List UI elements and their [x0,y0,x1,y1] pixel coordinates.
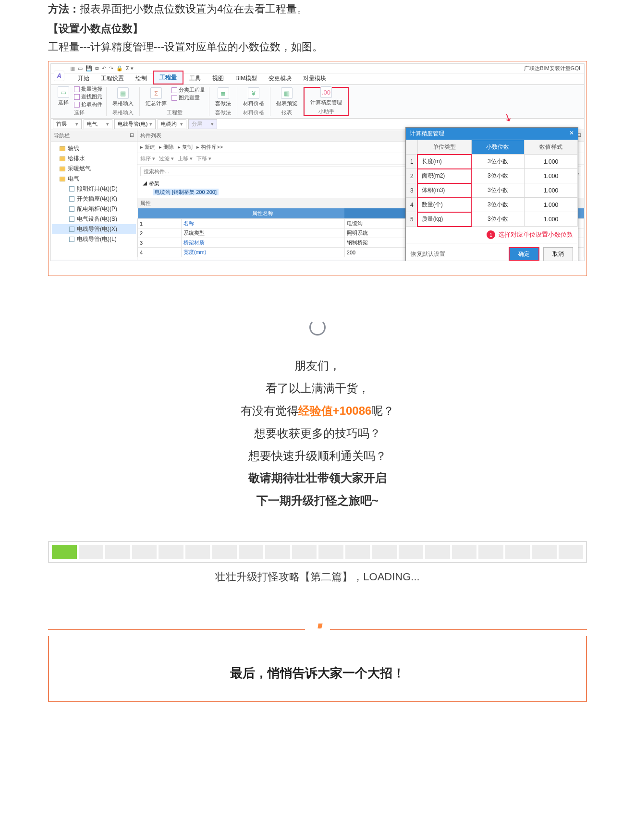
tab-工程量[interactable]: 工程量 [153,71,183,84]
select-button[interactable]: ▭选择 [56,85,71,107]
progress-cell [185,545,210,559]
tab-工程设置[interactable]: 工程设置 [95,72,130,84]
sum-calc-button[interactable]: Σ汇总计算 [144,86,169,108]
section-divider: '' [48,623,587,636]
tree-node[interactable]: 开关插座(电)(K) [52,194,136,204]
tab-开始[interactable]: 开始 [72,72,95,84]
selector[interactable]: 电线导管(电) [114,119,156,129]
progress-cell [239,545,264,559]
precision-row[interactable]: 4数量(个)3位小数1.000 [406,198,578,212]
ribbon-group-report: ▥报表预览 报表 [270,87,304,116]
layer-selector[interactable]: 分层 [188,119,217,129]
final-box: 最后，悄悄告诉大家一个大招！ [48,636,587,702]
selector[interactable]: 电缆沟 [158,119,186,129]
progress-cell [559,545,584,559]
tab-对量模块[interactable]: 对量模块 [297,72,332,84]
toolbar-item[interactable]: ▸ 复制 [178,144,193,151]
report-preview-button[interactable]: ▥报表预览 [274,86,299,108]
progress-cell [532,545,557,559]
cancel-button[interactable]: 取消 [543,247,573,261]
progress-cell [318,545,343,559]
tab-绘制[interactable]: 绘制 [130,72,153,84]
tree-node[interactable]: 电线导管(电)(X) [52,224,136,234]
progress-cell [505,545,530,559]
method-button[interactable]: ≣套做法 [213,86,233,108]
progress-cell [212,545,237,559]
price-button[interactable]: ¥材料价格 [241,86,266,108]
close-icon[interactable]: ✕ [569,130,574,138]
outro-text: 朋友们， 看了以上满满干货， 有没有觉得经验值+10086呢？ 想要收获更多的技… [0,355,635,512]
ok-button[interactable]: 确定 [509,247,539,261]
toolbar-item[interactable]: ▸ 新建 [140,144,155,151]
tree-node[interactable]: 照明灯具(电)(D) [52,184,136,194]
tree-node[interactable]: 电气设备(电)(S) [52,214,136,224]
ribbon-group-tableinput: ▤表格输入 表格输入 [107,87,140,116]
table-input-button[interactable]: ▤表格输入 [110,86,135,108]
nav-title: 导航栏 [54,132,70,139]
ribbon-group-precision: .00计算精度管理 小助手 [304,87,349,116]
progress-cell [79,545,104,559]
tab-变更模块[interactable]: 变更模块 [263,72,297,84]
progress-cell [478,545,503,559]
progress-cell [292,545,317,559]
toolbar-item[interactable]: ▸ 删除 [159,144,174,151]
tree-node[interactable]: 给排水 [52,154,136,164]
tab-工具[interactable]: 工具 [183,72,207,84]
ribbon-item[interactable]: 查找图元 [74,93,102,100]
app-logo: A [54,71,64,81]
tab-视图[interactable]: 视图 [207,72,230,84]
precision-row[interactable]: 3体积(m3)3位小数1.000 [406,183,578,198]
tree-node[interactable]: 电气 [52,174,136,184]
tree-node[interactable]: 轴线 [52,144,136,154]
selector[interactable]: 电气 [84,119,112,129]
selector[interactable]: 首层 [53,119,82,129]
toolbar-item[interactable]: 下移 ▾ [196,155,211,162]
toolbar-item[interactable]: 过滤 ▾ [159,155,174,162]
loading-text: 壮壮升级打怪攻略【第二篇】，LOADING... [0,570,635,584]
precision-row[interactable]: 5质量(kg)3位小数1.000 [406,212,578,227]
progress-cell [425,545,450,559]
toolbar-item[interactable]: 排序 ▾ [140,155,155,162]
progress-cell [399,545,424,559]
precision-mgmt-button[interactable]: .00计算精度管理 [308,85,344,107]
tree-node[interactable]: 采暖燃气 [52,164,136,174]
tree-item-selected[interactable]: 电缆沟 [钢制桥架 200 200] [153,189,219,195]
progress-cell [132,545,157,559]
ribbon-group-quantity: Σ汇总计算 分类工程量图元查量 工程量 [140,87,209,116]
ribbon-item[interactable]: 图元查量 [171,94,205,101]
precision-row[interactable]: 1长度(m)3位小数1.000 [406,155,578,169]
restore-defaults-link[interactable]: 恢复默认设置 [411,250,445,258]
quote-icon: '' [316,620,319,641]
tab-BIM模型[interactable]: BIM模型 [230,72,263,84]
progress-bar [48,541,587,563]
tree-node[interactable]: 电线导管(电)(L) [52,234,136,244]
dialog-titlebar: 计算精度管理 ✕ [406,128,578,140]
quick-access-toolbar: ▥▭💾⧉↶↷🔒Σ ▾ [51,64,584,73]
ribbon-item[interactable]: 拾取构件 [74,101,102,108]
dialog-title: 计算精度管理 [410,130,444,138]
tree-node[interactable]: 配电箱柜(电)(P) [52,204,136,214]
toolbar-item[interactable]: ▸ 构件库>> [196,144,223,151]
final-heading: 最后，悄悄告诉大家一个大招！ [59,665,576,682]
progress-cell [452,545,477,559]
ribbon-item[interactable]: 批量选择 [74,85,102,93]
complist-title: 构件列表 [140,132,161,139]
collapse-icon[interactable]: ⊟ [130,132,134,139]
callout-text: 选择对应单位设置小数位数 [498,230,573,239]
precision-dialog: 计算精度管理 ✕ 单位类型小数位数数值样式1长度(m)3位小数1.0002面积(… [405,127,578,261]
progress-cell [265,545,290,559]
precision-row[interactable]: 2面积(m2)3位小数1.000 [406,169,578,183]
screenshot-frame: 广联达BIM安装计量GQI A ▥▭💾⧉↶↷🔒Σ ▾ 开始工程设置绘制工程量工具… [48,61,587,276]
ribbon-group-select: ▭选择 批量选择查找图元拾取构件 选择 [52,87,107,116]
progress-cell [105,545,130,559]
ribbon-item[interactable]: 分类工程量 [171,86,205,94]
precision-table: 单位类型小数位数数值样式1长度(m)3位小数1.0002面积(m2)3位小数1.… [406,140,578,227]
spinner-icon [309,319,326,336]
toolbar-item[interactable]: 上移 ▾ [178,155,193,162]
callout-badge: 1 [487,230,495,239]
progress-cell [372,545,397,559]
ribbon-tabs: 开始工程设置绘制工程量工具视图BIM模型变更模块对量模块 [51,73,584,85]
method-line: 方法：报表界面把小数点位数设置为4位在去看工程量。 [48,0,587,18]
ribbon-group-method: ≣套做法 套做法 [209,87,237,116]
nav-panel: 导航栏⊟ 轴线给排水采暖燃气电气照明灯具(电)(D)开关插座(电)(K)配电箱柜… [51,130,137,260]
